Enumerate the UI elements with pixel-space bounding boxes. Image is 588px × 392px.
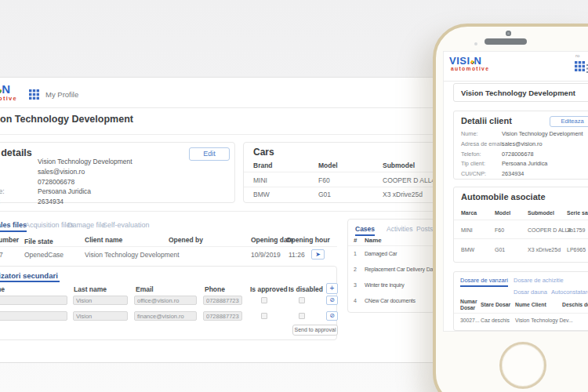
tab-dosar-dauna[interactable]: Dosar dauna: [514, 289, 547, 296]
open-file-button[interactable]: ➤: [311, 249, 325, 260]
detalii-client-title: Detalii client: [461, 116, 512, 125]
tab-sales-files[interactable]: Sales files: [0, 221, 27, 229]
tab-acquisition-files[interactable]: Acquisition files: [25, 221, 74, 229]
disabled-checkbox[interactable]: [299, 313, 305, 319]
phone-input[interactable]: [203, 296, 242, 305]
email-input[interactable]: [134, 296, 197, 305]
apps-grid-icon[interactable]: [575, 60, 585, 74]
phone-screen: visin automotive ro Vision Technology De…: [443, 51, 588, 332]
proximity-sensor: [474, 42, 477, 45]
tab-dosare-achizitie[interactable]: Dosare de achizitie: [514, 277, 564, 284]
desktop-app-window: visin automotive My Profile Vision Techn…: [0, 77, 486, 363]
last-name-input[interactable]: [73, 296, 128, 305]
first-name-input[interactable]: [0, 311, 67, 321]
page-canvas: visin automotive My Profile Vision Techn…: [0, 0, 588, 392]
block-icon: ⊘: [329, 296, 335, 303]
column-header: Deschis de: [562, 302, 588, 307]
column-header: First name: [0, 285, 5, 293]
column-header: Client name: [85, 236, 122, 244]
phone-top-bar: visin automotive ro: [444, 52, 588, 82]
field-row: Tip client:Persoana Juridica: [461, 160, 583, 170]
tab-cases[interactable]: Cases: [355, 225, 375, 233]
phone-home-button[interactable]: [499, 342, 546, 389]
email-input[interactable]: [134, 311, 197, 321]
block-user-button[interactable]: ⊘: [326, 296, 338, 305]
language-label[interactable]: ro: [575, 53, 579, 58]
phone-mockup: visin automotive ro Vision Technology De…: [433, 24, 588, 392]
column-header: Serie sasiu: [567, 210, 588, 216]
case-name[interactable]: Replacement Car Delivery Date: [365, 267, 437, 272]
field-value: sales@vision.ro: [38, 168, 85, 176]
approved-checkbox[interactable]: [261, 297, 267, 303]
table-cell: COOPER D ALL4: [383, 176, 435, 184]
case-name[interactable]: CNew Car documents: [365, 298, 416, 303]
column-header: Stare Dosar: [481, 302, 510, 307]
table-cell: 3b1759: [567, 227, 585, 233]
brand-logo[interactable]: visin automotive: [449, 56, 489, 72]
field-value: 2634934: [502, 170, 524, 177]
desktop-top-bar: visin automotive My Profile: [0, 78, 486, 108]
case-number: 4: [354, 298, 357, 303]
secondary-users-card: Utilizatori secundari First name Last na…: [0, 266, 337, 340]
add-user-button[interactable]: +: [326, 283, 338, 294]
brand-logo-word: visin: [0, 83, 17, 95]
dosar-state-cell: Caz deschis: [481, 318, 510, 323]
field-label: Phone:: [0, 178, 38, 186]
tab-damage-file[interactable]: Damage file: [67, 221, 105, 229]
phone-camera: [506, 31, 511, 36]
table-cell: F60: [318, 176, 330, 184]
table-divider: [454, 220, 588, 220]
field-label: Nume:: [461, 130, 502, 137]
client-details-card: Client details Edit Name:Vision Technolo…: [0, 142, 235, 203]
field-label: CUI/CNP:: [0, 198, 38, 205]
tab-dosare-vanzari[interactable]: Dosare de vanzari: [460, 277, 508, 284]
send-to-approval-button[interactable]: Send to approval: [292, 325, 338, 336]
editeaza-button[interactable]: Editeaza: [550, 116, 588, 127]
field-row: Email:sales@vision.ro: [0, 168, 132, 178]
table-cell: G01: [495, 247, 505, 252]
field-row: Phone:0728006678: [0, 178, 132, 188]
column-header: File number: [0, 236, 19, 244]
file-number-cell: 30027467: [0, 251, 3, 259]
column-header: #: [354, 237, 357, 244]
table-cell: MINI: [253, 176, 267, 184]
last-name-input[interactable]: [73, 311, 128, 321]
tab-self-evaluation[interactable]: Self-evaluation: [103, 221, 150, 229]
block-user-button[interactable]: ⊘: [326, 311, 338, 321]
dosar-number-cell: 30027...: [460, 318, 480, 323]
field-row: Client type:Persoana Juridica: [0, 187, 132, 198]
nav-my-profile[interactable]: My Profile: [45, 90, 78, 99]
client-details-title: Client details: [0, 147, 32, 158]
first-name-input[interactable]: [0, 296, 67, 305]
title-divider: [0, 134, 486, 135]
field-label: Tip client:: [461, 160, 502, 167]
column-header: File state: [24, 238, 53, 245]
tab-posts[interactable]: Posts: [416, 225, 433, 233]
column-header: Numar Dosar: [460, 299, 477, 311]
disabled-checkbox[interactable]: [299, 297, 305, 303]
detalii-client-fields: Nume:Vision Technology Development Adres…: [461, 130, 583, 180]
tab-utilizatori-secundari[interactable]: Utilizatori secundari: [0, 271, 58, 280]
apps-grid-icon[interactable]: [29, 89, 39, 103]
column-header: Is disabled: [289, 285, 323, 293]
cars-title: Cars: [253, 147, 274, 158]
field-label: Name:: [0, 158, 38, 165]
page-title: Vision Technology Development: [461, 89, 575, 97]
table-cell: MINI: [461, 227, 473, 233]
approved-checkbox[interactable]: [261, 313, 267, 319]
case-name[interactable]: Winter tire inquiry: [365, 282, 405, 288]
column-header: Opened by: [169, 236, 203, 244]
send-arrow-icon: ➤: [315, 251, 321, 258]
edit-button[interactable]: Edit: [189, 147, 230, 161]
tab-autoconstatare[interactable]: Autoconstatare: [551, 289, 588, 296]
brand-logo-tagline: automotive: [451, 67, 489, 72]
brand-logo[interactable]: visin automotive: [0, 83, 17, 102]
field-value: Vision Technology Development: [38, 158, 132, 165]
tab-activities[interactable]: Activities: [387, 225, 413, 233]
case-name[interactable]: Damaged Car: [365, 251, 397, 256]
phone-input[interactable]: [203, 311, 242, 321]
field-row: CUI/CNP:2634934: [0, 198, 132, 208]
column-header: Name: [365, 237, 382, 244]
field-label: CUI/CNP:: [461, 170, 502, 177]
block-icon: ⊘: [329, 312, 335, 319]
